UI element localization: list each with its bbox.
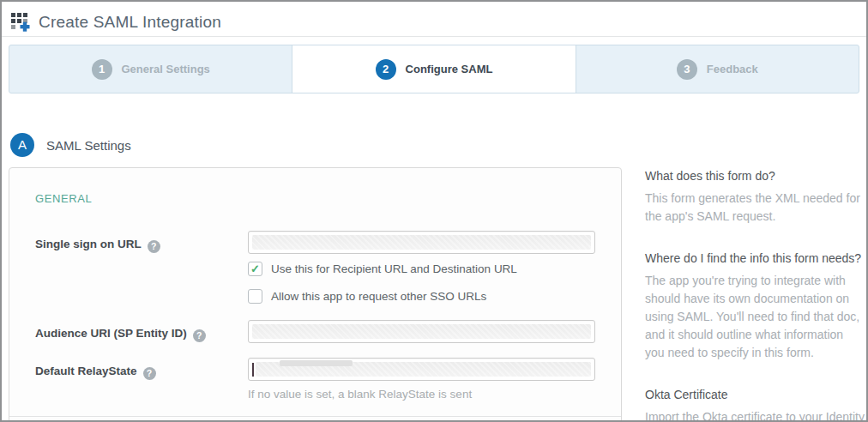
- step-label: Configure SAML: [406, 63, 493, 75]
- help-heading-find-info: Where do I find the info this form needs…: [645, 251, 865, 265]
- text-cursor: [252, 363, 254, 377]
- help-heading-okta-certificate: Okta Certificate: [645, 388, 865, 401]
- general-group-heading: GENERAL: [35, 192, 621, 205]
- checkmark-icon: ✓: [250, 262, 260, 275]
- other-sso-urls-checkbox[interactable]: [248, 289, 262, 304]
- sso-url-label: Single sign on URL: [35, 238, 142, 250]
- panel-divider: [9, 416, 621, 417]
- step-number-badge: 1: [92, 59, 112, 80]
- redacted-value: [252, 324, 591, 339]
- redacted-value: [252, 235, 591, 250]
- recipient-destination-checkbox-label: Use this for Recipient URL and Destinati…: [271, 262, 517, 275]
- recipient-destination-checkbox-row: ✓ Use this for Recipient URL and Destina…: [248, 262, 621, 276]
- add-application-icon: [10, 12, 31, 33]
- wizard-step-configure-saml[interactable]: 2 Configure SAML: [292, 45, 576, 93]
- sso-url-help-icon[interactable]: ?: [148, 240, 160, 253]
- relay-state-input[interactable]: [248, 358, 595, 381]
- other-sso-urls-checkbox-label: Allow this app to request other SSO URLs: [271, 290, 486, 303]
- section-title: SAML Settings: [46, 138, 131, 153]
- saml-settings-section-heading: A SAML Settings: [10, 133, 866, 157]
- saml-settings-form-panel: GENERAL Single sign on URL? ✓ Use this f…: [9, 167, 622, 422]
- other-sso-urls-checkbox-row: Allow this app to request other SSO URLs: [248, 289, 621, 304]
- wizard-steps: 1 General Settings 2 Configure SAML 3 Fe…: [9, 45, 859, 93]
- create-saml-integration-window: Create SAML Integration 1 General Settin…: [0, 0, 868, 422]
- page-title: Create SAML Integration: [39, 13, 221, 32]
- help-sidebar: What does this form do? This form genera…: [645, 167, 865, 422]
- recipient-destination-checkbox[interactable]: ✓: [248, 262, 262, 276]
- sso-url-input[interactable]: [248, 231, 595, 254]
- help-heading-form-purpose: What does this form do?: [645, 169, 865, 183]
- page-header: Create SAML Integration: [2, 2, 866, 37]
- relay-state-helper-text: If no value is set, a blank RelayState i…: [248, 388, 621, 401]
- help-body-find-info: The app you're trying to integrate with …: [645, 272, 865, 362]
- redacted-value: [256, 362, 591, 377]
- step-number-badge: 3: [677, 59, 697, 80]
- step-label: Feedback: [707, 63, 758, 75]
- section-letter-badge: A: [10, 133, 34, 157]
- audience-uri-help-icon[interactable]: ?: [193, 329, 206, 342]
- audience-uri-field-row: Audience URI (SP Entity ID)?: [35, 320, 621, 343]
- help-body-okta-certificate: Import the Okta certificate to your Iden…: [645, 408, 865, 422]
- audience-uri-input[interactable]: [248, 320, 595, 343]
- step-number-badge: 2: [376, 59, 396, 80]
- audience-uri-label: Audience URI (SP Entity ID): [35, 327, 187, 340]
- relay-state-help-icon[interactable]: ?: [143, 367, 156, 380]
- relay-state-field-row: Default RelayState?: [35, 358, 621, 381]
- relay-state-label: Default RelayState: [35, 365, 137, 377]
- wizard-step-general-settings[interactable]: 1 General Settings: [9, 45, 292, 93]
- main-content: GENERAL Single sign on URL? ✓ Use this f…: [2, 167, 866, 422]
- wizard-step-feedback[interactable]: 3 Feedback: [576, 45, 859, 93]
- help-body-form-purpose: This form generates the XML needed for t…: [645, 190, 865, 226]
- sso-url-field-row: Single sign on URL?: [35, 231, 621, 254]
- step-label: General Settings: [122, 63, 210, 75]
